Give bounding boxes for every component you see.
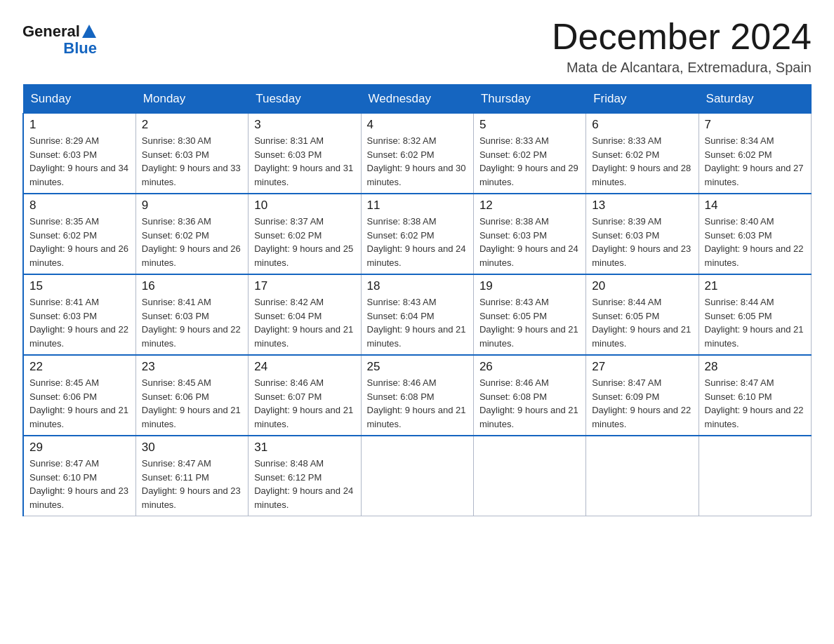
calendar-cell: 15Sunrise: 8:41 AMSunset: 6:03 PMDayligh… <box>23 274 135 355</box>
day-info: Sunrise: 8:47 AMSunset: 6:11 PMDaylight:… <box>142 457 242 511</box>
calendar-week-row: 1Sunrise: 8:29 AMSunset: 6:03 PMDaylight… <box>23 114 812 194</box>
day-info: Sunrise: 8:33 AMSunset: 6:02 PMDaylight:… <box>479 134 580 189</box>
day-info: Sunrise: 8:43 AMSunset: 6:05 PMDaylight:… <box>479 295 580 350</box>
header-thursday: Thursday <box>473 85 585 114</box>
day-info: Sunrise: 8:46 AMSunset: 6:08 PMDaylight:… <box>367 376 468 431</box>
calendar-cell: 24Sunrise: 8:46 AMSunset: 6:07 PMDayligh… <box>249 355 361 436</box>
day-number: 26 <box>479 360 580 374</box>
day-number: 15 <box>29 279 130 293</box>
calendar-cell: 29Sunrise: 8:47 AMSunset: 6:10 PMDayligh… <box>23 436 135 516</box>
calendar-cell: 4Sunrise: 8:32 AMSunset: 6:02 PMDaylight… <box>361 114 473 194</box>
day-info: Sunrise: 8:34 AMSunset: 6:02 PMDaylight:… <box>705 134 805 189</box>
header-sunday: Sunday <box>23 85 135 114</box>
page-header: General Blue December 2024 Mata de Alcan… <box>22 17 812 76</box>
day-number: 29 <box>29 441 130 455</box>
day-info: Sunrise: 8:45 AMSunset: 6:06 PMDaylight:… <box>29 376 130 431</box>
calendar-cell: 26Sunrise: 8:46 AMSunset: 6:08 PMDayligh… <box>473 355 585 436</box>
location: Mata de Alcantara, Extremadura, Spain <box>552 60 812 76</box>
calendar-cell: 28Sunrise: 8:47 AMSunset: 6:10 PMDayligh… <box>699 355 811 436</box>
calendar-cell <box>586 436 699 516</box>
day-info: Sunrise: 8:43 AMSunset: 6:04 PMDaylight:… <box>367 295 468 350</box>
day-info: Sunrise: 8:42 AMSunset: 6:04 PMDaylight:… <box>254 295 355 350</box>
day-number: 9 <box>142 199 242 213</box>
day-number: 8 <box>29 199 130 213</box>
calendar-week-row: 22Sunrise: 8:45 AMSunset: 6:06 PMDayligh… <box>23 355 812 436</box>
day-info: Sunrise: 8:39 AMSunset: 6:03 PMDaylight:… <box>592 215 692 269</box>
day-info: Sunrise: 8:44 AMSunset: 6:05 PMDaylight:… <box>705 295 805 350</box>
day-number: 23 <box>142 360 242 374</box>
day-number: 2 <box>142 118 242 132</box>
calendar-cell: 31Sunrise: 8:48 AMSunset: 6:12 PMDayligh… <box>249 436 361 516</box>
day-info: Sunrise: 8:33 AMSunset: 6:02 PMDaylight:… <box>592 134 692 189</box>
day-number: 5 <box>479 118 580 132</box>
day-info: Sunrise: 8:29 AMSunset: 6:03 PMDaylight:… <box>29 134 130 189</box>
calendar-cell: 30Sunrise: 8:47 AMSunset: 6:11 PMDayligh… <box>135 436 248 516</box>
calendar-cell <box>473 436 585 516</box>
calendar-cell: 22Sunrise: 8:45 AMSunset: 6:06 PMDayligh… <box>23 355 135 436</box>
header-wednesday: Wednesday <box>361 85 473 114</box>
day-info: Sunrise: 8:48 AMSunset: 6:12 PMDaylight:… <box>254 457 355 511</box>
day-number: 11 <box>367 199 468 213</box>
day-number: 10 <box>254 199 355 213</box>
calendar-cell: 27Sunrise: 8:47 AMSunset: 6:09 PMDayligh… <box>586 355 699 436</box>
day-number: 6 <box>592 118 692 132</box>
month-title: December 2024 <box>552 17 812 57</box>
calendar-cell <box>699 436 811 516</box>
day-number: 19 <box>479 279 580 293</box>
calendar-week-row: 15Sunrise: 8:41 AMSunset: 6:03 PMDayligh… <box>23 274 812 355</box>
day-info: Sunrise: 8:47 AMSunset: 6:10 PMDaylight:… <box>29 457 130 511</box>
calendar-cell: 18Sunrise: 8:43 AMSunset: 6:04 PMDayligh… <box>361 274 473 355</box>
day-number: 22 <box>29 360 130 374</box>
calendar-cell: 17Sunrise: 8:42 AMSunset: 6:04 PMDayligh… <box>249 274 361 355</box>
logo-triangle-icon <box>81 24 97 39</box>
day-number: 30 <box>142 441 242 455</box>
calendar-cell: 12Sunrise: 8:38 AMSunset: 6:03 PMDayligh… <box>473 194 585 274</box>
day-number: 1 <box>29 118 130 132</box>
day-info: Sunrise: 8:46 AMSunset: 6:08 PMDaylight:… <box>479 376 580 431</box>
calendar-cell: 5Sunrise: 8:33 AMSunset: 6:02 PMDaylight… <box>473 114 585 194</box>
calendar-cell: 9Sunrise: 8:36 AMSunset: 6:02 PMDaylight… <box>135 194 248 274</box>
logo: General Blue <box>22 22 97 58</box>
day-info: Sunrise: 8:44 AMSunset: 6:05 PMDaylight:… <box>592 295 692 350</box>
calendar-cell: 14Sunrise: 8:40 AMSunset: 6:03 PMDayligh… <box>699 194 811 274</box>
day-info: Sunrise: 8:38 AMSunset: 6:02 PMDaylight:… <box>367 215 468 269</box>
day-number: 25 <box>367 360 468 374</box>
day-info: Sunrise: 8:36 AMSunset: 6:02 PMDaylight:… <box>142 215 242 269</box>
day-number: 18 <box>367 279 468 293</box>
day-number: 31 <box>254 441 355 455</box>
calendar-cell: 6Sunrise: 8:33 AMSunset: 6:02 PMDaylight… <box>586 114 699 194</box>
calendar-header-row: SundayMondayTuesdayWednesdayThursdayFrid… <box>23 85 812 114</box>
day-info: Sunrise: 8:35 AMSunset: 6:02 PMDaylight:… <box>29 215 130 269</box>
day-info: Sunrise: 8:31 AMSunset: 6:03 PMDaylight:… <box>254 134 355 189</box>
svg-marker-0 <box>82 25 96 38</box>
calendar-cell <box>361 436 473 516</box>
day-number: 21 <box>705 279 805 293</box>
header-monday: Monday <box>135 85 248 114</box>
logo-text-general: General <box>22 22 80 41</box>
logo-text-blue: Blue <box>63 39 97 58</box>
header-tuesday: Tuesday <box>249 85 361 114</box>
header-friday: Friday <box>586 85 699 114</box>
day-number: 12 <box>479 199 580 213</box>
header-saturday: Saturday <box>699 85 811 114</box>
day-number: 24 <box>254 360 355 374</box>
calendar-cell: 13Sunrise: 8:39 AMSunset: 6:03 PMDayligh… <box>586 194 699 274</box>
day-info: Sunrise: 8:46 AMSunset: 6:07 PMDaylight:… <box>254 376 355 431</box>
day-number: 27 <box>592 360 692 374</box>
day-info: Sunrise: 8:32 AMSunset: 6:02 PMDaylight:… <box>367 134 468 189</box>
day-info: Sunrise: 8:47 AMSunset: 6:10 PMDaylight:… <box>705 376 805 431</box>
day-number: 20 <box>592 279 692 293</box>
day-number: 3 <box>254 118 355 132</box>
day-info: Sunrise: 8:37 AMSunset: 6:02 PMDaylight:… <box>254 215 355 269</box>
day-info: Sunrise: 8:40 AMSunset: 6:03 PMDaylight:… <box>705 215 805 269</box>
calendar-week-row: 29Sunrise: 8:47 AMSunset: 6:10 PMDayligh… <box>23 436 812 516</box>
calendar-cell: 25Sunrise: 8:46 AMSunset: 6:08 PMDayligh… <box>361 355 473 436</box>
day-info: Sunrise: 8:41 AMSunset: 6:03 PMDaylight:… <box>142 295 242 350</box>
calendar-cell: 11Sunrise: 8:38 AMSunset: 6:02 PMDayligh… <box>361 194 473 274</box>
day-number: 28 <box>705 360 805 374</box>
day-info: Sunrise: 8:38 AMSunset: 6:03 PMDaylight:… <box>479 215 580 269</box>
day-number: 13 <box>592 199 692 213</box>
calendar-cell: 7Sunrise: 8:34 AMSunset: 6:02 PMDaylight… <box>699 114 811 194</box>
calendar-cell: 23Sunrise: 8:45 AMSunset: 6:06 PMDayligh… <box>135 355 248 436</box>
day-number: 14 <box>705 199 805 213</box>
